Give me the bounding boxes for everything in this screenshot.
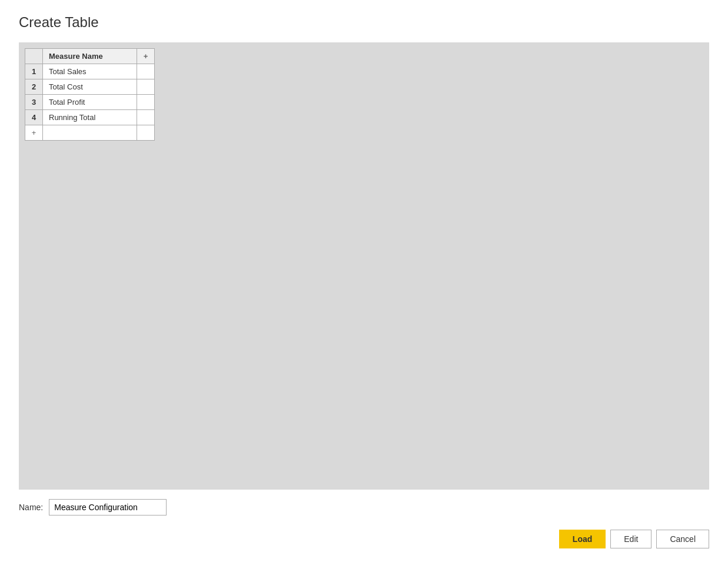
row-number-cell: 4 xyxy=(25,110,43,125)
name-input[interactable] xyxy=(49,499,167,516)
load-button[interactable]: Load xyxy=(559,530,606,548)
measure-table-container: Measure Name + 1Total Sales2Total Cost3T… xyxy=(25,48,155,141)
add-row-plus-icon[interactable]: + xyxy=(25,125,43,141)
row-name-cell[interactable]: Running Total xyxy=(43,110,137,125)
row-name-cell[interactable]: Total Cost xyxy=(43,79,137,95)
table-row: 1Total Sales xyxy=(25,64,155,79)
row-add-cell xyxy=(137,95,155,110)
table-header-measure-name: Measure Name xyxy=(43,49,137,64)
row-number-cell: 1 xyxy=(25,64,43,79)
row-name-cell[interactable]: Total Sales xyxy=(43,64,137,79)
row-number-cell: 2 xyxy=(25,79,43,95)
cancel-button[interactable]: Cancel xyxy=(656,530,709,548)
add-row[interactable]: + xyxy=(25,125,155,141)
table-header-add-column[interactable]: + xyxy=(137,49,155,64)
bottom-area: Name: Load Edit Cancel xyxy=(19,499,709,548)
row-add-cell xyxy=(137,64,155,79)
row-add-cell xyxy=(137,110,155,125)
page-title: Create Table xyxy=(19,14,709,31)
name-label: Name: xyxy=(19,503,43,512)
name-row: Name: xyxy=(19,499,709,516)
button-row: Load Edit Cancel xyxy=(19,530,709,548)
row-number-cell: 3 xyxy=(25,95,43,110)
main-content-area: Measure Name + 1Total Sales2Total Cost3T… xyxy=(19,42,709,490)
edit-button[interactable]: Edit xyxy=(610,530,651,548)
measure-table: Measure Name + 1Total Sales2Total Cost3T… xyxy=(25,48,155,141)
table-header-index xyxy=(25,49,43,64)
add-row-extra-cell xyxy=(137,125,155,141)
add-row-name-cell xyxy=(43,125,137,141)
table-row: 3Total Profit xyxy=(25,95,155,110)
row-add-cell xyxy=(137,79,155,95)
table-row: 2Total Cost xyxy=(25,79,155,95)
row-name-cell[interactable]: Total Profit xyxy=(43,95,137,110)
table-row: 4Running Total xyxy=(25,110,155,125)
